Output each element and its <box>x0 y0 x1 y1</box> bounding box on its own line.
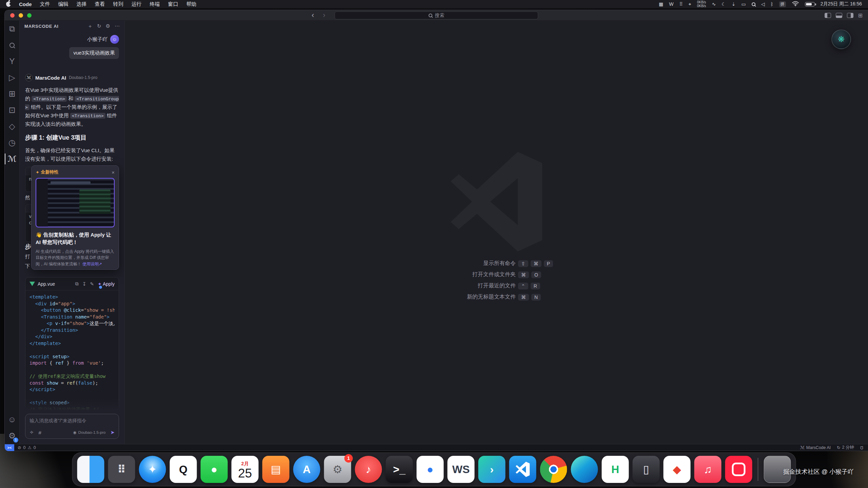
remote-icon[interactable]: ⊡ <box>5 102 19 118</box>
sync-status-item[interactable]: ↻ 2 分钟 <box>837 445 854 450</box>
menu-bar-clock[interactable]: 2月25日 周二 16:56 <box>821 1 862 7</box>
spotlight-icon[interactable] <box>752 2 755 6</box>
dock-iphone-mirroring[interactable]: ▯ <box>633 456 660 483</box>
back-icon[interactable]: ‹ <box>312 11 314 20</box>
dock-hbuilder[interactable]: H <box>602 456 629 483</box>
context-hash-icon[interactable]: # <box>39 430 41 435</box>
copy-icon[interactable]: ⧉ <box>75 281 79 287</box>
dock-edge[interactable] <box>571 456 598 483</box>
download-icon[interactable]: ⇣ <box>732 1 736 7</box>
menubar-menu-帮助[interactable]: 帮助 <box>186 1 197 7</box>
stats-icon[interactable]: ∿ <box>712 1 716 7</box>
source-control-icon[interactable]: Y <box>5 53 19 69</box>
toggle-panel-icon[interactable] <box>836 13 842 18</box>
wifi-icon[interactable] <box>792 1 799 7</box>
dock-qq[interactable]: Q <box>170 456 197 483</box>
dock-wps[interactable]: WS <box>448 456 475 483</box>
dock-vscode[interactable] <box>509 456 536 483</box>
account-glyph: ☺ <box>8 415 16 424</box>
history-icon[interactable]: ↻ <box>97 23 101 29</box>
menubar-menu-选择[interactable]: 选择 <box>77 1 87 7</box>
account-icon[interactable]: ☺ <box>5 411 19 428</box>
dock-apple-music[interactable]: ♫ <box>694 456 722 483</box>
battery-icon[interactable] <box>805 2 815 6</box>
marscode-icon[interactable]: ℳ <box>5 151 19 167</box>
forward-icon[interactable]: › <box>323 11 325 20</box>
dock-calendar[interactable]: 2月25 <box>232 456 259 483</box>
dock-terminal[interactable]: >_ <box>386 456 413 483</box>
menubar-menu-窗口[interactable]: 窗口 <box>168 1 178 7</box>
close-icon[interactable]: × <box>112 169 115 175</box>
chat-input-footer: ✧ # ◉ Doubao-1.5-pro ➤ <box>29 429 115 435</box>
key-⌘: ⌘ <box>518 271 529 278</box>
marscode-status-item[interactable]: ℳ MarsCode AI <box>800 445 831 450</box>
timeline-icon[interactable]: ◷ <box>5 135 19 151</box>
docker-icon[interactable]: ◇ <box>5 118 19 135</box>
volume-icon[interactable]: ◁ <box>761 1 765 7</box>
dock-chat-blue[interactable]: ● <box>417 456 444 483</box>
calendar-month: 2月 <box>241 461 249 467</box>
bluetooth-icon[interactable]: ᛒ <box>770 1 773 7</box>
floating-extension-badge[interactable]: ❋ <box>831 29 851 49</box>
new-chat-icon[interactable]: ＋ <box>87 23 93 29</box>
zoom-button[interactable] <box>27 13 32 18</box>
dock-finder[interactable] <box>77 456 104 483</box>
extensions-icon[interactable]: ⊞ <box>5 86 19 102</box>
apple-menu-icon[interactable] <box>6 2 11 7</box>
dock-launchpad[interactable]: ⠿ <box>108 456 135 483</box>
explorer-icon[interactable]: ⧉ <box>5 21 19 37</box>
command-icon[interactable]: ✧ <box>29 429 34 435</box>
network-speed[interactable]: 0KB/s 0KB/s <box>697 0 706 8</box>
dock-safari[interactable]: ✦ <box>139 456 166 483</box>
problems-status[interactable]: ⊘ 0 ⚠ 0 <box>18 445 36 450</box>
dock-app-store[interactable]: A <box>293 456 320 483</box>
wechat-status-icon[interactable]: W <box>669 1 673 7</box>
minimize-button[interactable] <box>19 13 23 18</box>
customize-layout-icon[interactable]: ⊞ <box>858 12 863 19</box>
settings-icon[interactable]: ⚙ <box>106 23 110 29</box>
popup-docs-link[interactable]: 使用说明↗ <box>82 262 102 266</box>
dock-chrome[interactable] <box>540 456 567 483</box>
edit-icon[interactable]: ✎ <box>90 281 94 287</box>
display-icon[interactable]: ▭ <box>741 1 746 7</box>
dock-launchpad-glyph: ⠿ <box>117 464 126 475</box>
title-bar[interactable]: ‹ › 搜索 ⊞ <box>5 10 868 21</box>
close-button[interactable] <box>10 13 15 18</box>
launcher-dots-icon[interactable]: ⠿ <box>679 1 683 7</box>
dock-books-glyph: ▤ <box>271 464 281 475</box>
remote-indicator[interactable]: >< <box>5 444 14 451</box>
menubar-menu-查看[interactable]: 查看 <box>95 1 105 7</box>
dock-app-red-ribbon[interactable]: ◆ <box>664 456 691 483</box>
chat-input-box[interactable]: 输入消息或者"/"来选择指令 ✧ # ◉ Doubao-1.5-pro ➤ <box>25 414 119 439</box>
app-menu-code[interactable]: Code <box>19 1 32 7</box>
focus-moon-icon[interactable]: ☾ <box>722 1 726 7</box>
dock-books[interactable]: ▤ <box>262 456 290 483</box>
apply-button[interactable]: ✦ Apply <box>98 281 115 287</box>
insert-icon[interactable]: ↧ <box>82 281 86 287</box>
dock-red-app[interactable] <box>725 456 752 483</box>
menubar-menu-运行[interactable]: 运行 <box>132 1 142 7</box>
menubar-menu-编辑[interactable]: 编辑 <box>58 1 68 7</box>
mouse-icon[interactable]: ⌖ <box>689 1 691 7</box>
dock-wechat[interactable]: ● <box>201 456 228 483</box>
input-method-icon[interactable]: 拼 <box>779 1 786 7</box>
window-manager-icon[interactable]: ▦ <box>659 1 663 7</box>
dock-system-settings[interactable]: ⚙1 <box>324 456 351 483</box>
chat-area[interactable]: 小猴子吖 ☺ vue3实现动画效果 ℳ MarsCode AI Doubao-1… <box>20 32 124 410</box>
send-icon[interactable]: ➤ <box>110 429 115 435</box>
run-debug-icon[interactable]: ▷ <box>5 69 19 86</box>
toggle-primary-sidebar-icon[interactable] <box>825 13 831 18</box>
dock-music-red[interactable]: ♪ <box>355 456 382 483</box>
command-center-search[interactable]: 搜索 <box>335 12 538 19</box>
toggle-secondary-sidebar-icon[interactable] <box>847 13 853 18</box>
notifications-bell-icon[interactable]: Ω <box>860 445 863 450</box>
menubar-menu-终端[interactable]: 终端 <box>150 1 160 7</box>
more-icon[interactable]: ⋯ <box>115 23 120 29</box>
activity-bar-top: ⧉Y▷⊞⊡◇◷ℳ <box>5 21 19 167</box>
menubar-menu-转到[interactable]: 转到 <box>113 1 123 7</box>
model-selector[interactable]: ◉ Doubao-1.5-pro <box>73 430 106 435</box>
dock-chat-gradient[interactable]: › <box>478 456 506 483</box>
search-icon[interactable] <box>5 37 19 53</box>
manage-settings-icon[interactable]: ⚙ 1 <box>5 428 19 444</box>
menubar-menu-文件[interactable]: 文件 <box>40 1 50 7</box>
